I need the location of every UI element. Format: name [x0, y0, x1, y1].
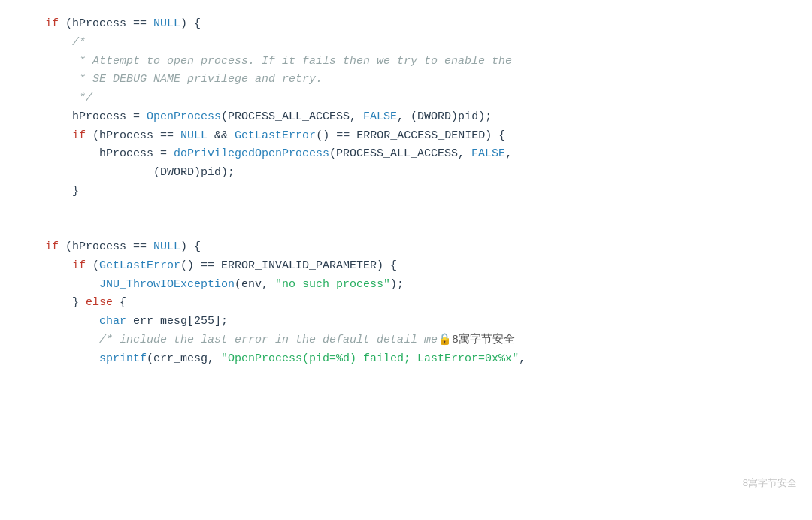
func-getlasterror-2: GetLastError	[99, 257, 180, 276]
watermark: 8寓字节安全	[743, 476, 797, 490]
comment-line-1: * Attempt to open process. If it fails t…	[79, 53, 512, 71]
func-sprintf: sprintf	[99, 350, 147, 369]
line-4: * SE_DEBUG_NAME privilege and retry.	[45, 71, 797, 89]
keyword-if-3: if	[45, 238, 59, 257]
line-6: hProcess = OpenProcess(PROCESS_ALL_ACCES…	[45, 108, 797, 127]
line-16: } else {	[45, 294, 797, 313]
line-15: JNU_ThrowIOException(env, "no such proce…	[45, 276, 797, 295]
line-18: /* include the last error in the default…	[45, 331, 797, 350]
line-10: }	[45, 183, 797, 201]
line-7: if (hProcess == NULL && GetLastError() =…	[45, 127, 797, 146]
line-12	[45, 219, 797, 238]
comment-start: /*	[72, 34, 86, 53]
keyword-false-2: FALSE	[471, 145, 505, 164]
func-jnu-throw: JNU_ThrowIOException	[99, 276, 235, 295]
line-17: char err_mesg[255];	[45, 313, 797, 331]
code-container: if (hProcess == NULL) { /* * Attempt to …	[0, 0, 812, 520]
keyword-null-1: NULL	[153, 15, 180, 34]
comment-end: */	[79, 89, 92, 108]
line-11	[45, 201, 797, 220]
comment-include-error: /* include the last error in the default…	[99, 331, 438, 350]
line-3: * Attempt to open process. If it fails t…	[45, 53, 797, 71]
line-13: if (hProcess == NULL) {	[45, 238, 797, 257]
keyword-null-3: NULL	[153, 238, 180, 257]
code-block: if (hProcess == NULL) { /* * Attempt to …	[0, 15, 812, 368]
keyword-if-1: if	[45, 15, 59, 34]
func-doprivileged: doPrivilegedOpenProcess	[174, 145, 329, 164]
line-1: if (hProcess == NULL) {	[45, 15, 797, 34]
func-getlasterror-1: GetLastError	[235, 127, 316, 146]
line-14: if (GetLastError() == ERROR_INVALID_PARA…	[45, 257, 797, 276]
keyword-else: else	[86, 294, 113, 313]
string-openprocess-fmt: "OpenProcess(pid=%d) failed; LastError=0…	[221, 350, 519, 369]
keyword-false-1: FALSE	[363, 108, 397, 127]
keyword-if-4: if	[72, 257, 86, 276]
keyword-null-2: NULL	[180, 127, 208, 146]
keyword-if-2: if	[72, 127, 86, 146]
line-5: */	[45, 89, 797, 108]
string-no-such-process: "no such process"	[275, 276, 390, 295]
type-char: char	[99, 313, 126, 331]
line-19: sprintf(err_mesg, "OpenProcess(pid=%d) f…	[45, 350, 797, 369]
line-9: (DWORD)pid);	[45, 164, 797, 183]
line-8: hProcess = doPrivilegedOpenProcess(PROCE…	[45, 145, 797, 164]
comment-line-2: * SE_DEBUG_NAME privilege and retry.	[79, 71, 323, 89]
func-openprocess: OpenProcess	[147, 108, 221, 127]
line-2: /*	[45, 34, 797, 53]
